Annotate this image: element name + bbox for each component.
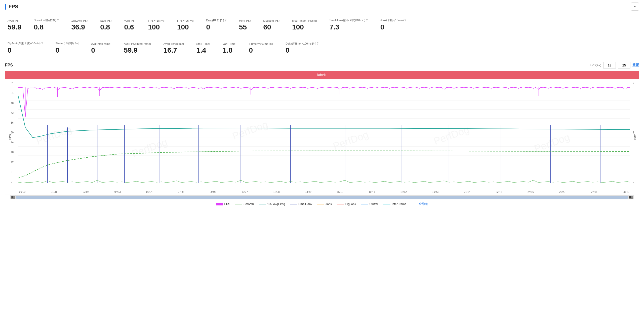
y-tick-right: 2 (633, 82, 634, 85)
stat-item: Drop(FPS) [/h]?0 (206, 19, 226, 31)
chart-title: FPS (5, 63, 13, 67)
stat-item: FPS>=18 [%]100 (148, 19, 165, 31)
legend-label: SmallJank (298, 202, 312, 206)
stat-item: Jank(卡顿)(/10min)?0 (380, 18, 406, 31)
legend-item-smooth[interactable]: Smooth (235, 202, 254, 206)
stat-item: Min(FPS)55 (239, 19, 251, 31)
smooth-line (18, 151, 630, 178)
fps-controls: FPS(>=) 重置 (590, 62, 639, 68)
scrollbar-right-handle[interactable]: ⠿ (629, 196, 633, 199)
legend-item-jank[interactable]: Jank (317, 202, 332, 206)
help-icon[interactable]: ? (41, 42, 43, 45)
stat-label: Var(FTime) (223, 42, 236, 45)
stat-label: Min(FPS) (239, 19, 251, 22)
stat-value: 100 (292, 23, 304, 31)
scrollbar-left-handle[interactable]: ⠿ (11, 196, 15, 199)
stat-value: 0 (8, 46, 12, 54)
stat-item: Avg(FPS+InterFrame)59.9 (124, 42, 151, 54)
legend-item-smalljank[interactable]: SmallJank (290, 202, 312, 206)
stat-label: Delta(FTime)>100ms [/h]? (286, 42, 318, 45)
stats-section-2: BigJank(严重卡顿)(/10min)?0Stutter(卡顿率) [%]0… (0, 39, 644, 54)
x-tick: 06:04 (146, 191, 152, 193)
x-tick: 00:00 (19, 191, 25, 193)
help-icon[interactable]: ? (317, 42, 319, 45)
scrollbar-track[interactable] (16, 196, 628, 199)
x-tick: 22:45 (496, 191, 502, 193)
stat-label: Avg(FTime) [ms] (164, 42, 184, 45)
smalljank-spikes (48, 125, 630, 183)
stat-label: Smooth(稳帧指数)? (34, 18, 59, 22)
stat-value: 0 (56, 46, 60, 54)
stat-label: SmallJank(微小卡顿)(/10min)? (330, 18, 368, 22)
interframe-noise (18, 180, 630, 183)
legend-item-bigjank[interactable]: BigJank (337, 202, 356, 206)
legend-item-fps[interactable]: FPS (216, 202, 230, 206)
stat-value: 0 (380, 23, 384, 31)
dropdown-button[interactable]: ▼ (631, 3, 639, 11)
help-icon[interactable]: ? (57, 19, 59, 22)
y-tick-left: 48 (11, 102, 14, 104)
legend-item-interframe[interactable]: InterFrame (383, 202, 407, 206)
stat-value: 0 (91, 46, 95, 54)
legend-label: Stutter (369, 202, 378, 206)
stat-value: 16.7 (164, 46, 177, 54)
stat-label: 1%Low(FPS) (71, 19, 88, 22)
y-tick-right: 0 (633, 181, 634, 183)
stat-item: Stutter(卡顿率) [%]0 (56, 42, 79, 54)
stat-item: BigJank(严重卡顿)(/10min)?0 (8, 42, 43, 54)
stat-value: 100 (177, 23, 189, 31)
fps-18-input[interactable] (603, 62, 616, 68)
help-icon[interactable]: ? (225, 19, 226, 22)
stat-label: Avg(FPS) (8, 19, 19, 22)
x-tick: 10:37 (242, 191, 248, 193)
stat-item: Avg(FPS)59.9 (8, 19, 21, 31)
chart-header: FPS FPS(>=) 重置 (5, 62, 639, 68)
x-tick: 04:33 (114, 191, 121, 193)
stats-section-1: Avg(FPS)59.9Smooth(稳帧指数)?0.81%Low(FPS)36… (0, 13, 644, 39)
page-title: FPS (5, 4, 18, 10)
y-tick-left: 6 (11, 171, 14, 173)
legend-item-1%low(fps)[interactable]: 1%Low(FPS) (259, 202, 285, 206)
stat-value: 60 (263, 23, 271, 31)
stat-value: 0 (206, 23, 210, 31)
legend-item-stutter[interactable]: Stutter (361, 202, 378, 206)
stat-label: Std(FPS) (100, 19, 111, 22)
stat-label: Stutter(卡顿率) [%] (56, 42, 79, 45)
stat-value: 59.9 (8, 23, 21, 31)
stat-value: 100 (148, 23, 160, 31)
legend-label: FPS (224, 202, 230, 206)
stat-item: Avg(InterFrame)0 (91, 42, 111, 54)
stat-value: 55 (239, 23, 247, 31)
fps-scatter (18, 87, 630, 117)
stat-value: 7.3 (330, 23, 339, 31)
y-tick-left: 61 (11, 82, 14, 85)
help-icon[interactable]: ? (366, 19, 368, 22)
stats-row-1: Avg(FPS)59.9Smooth(稳帧指数)?0.81%Low(FPS)36… (8, 18, 636, 31)
stat-item: Var(FTime)1.8 (223, 42, 236, 54)
x-tick: 27:18 (591, 191, 597, 193)
y-tick-left: 18 (11, 151, 14, 154)
stat-label: Std(FTime) (196, 42, 210, 45)
y-tick-left: 30 (11, 131, 14, 134)
legend-label: BigJank (345, 202, 356, 206)
legend-label: 1%Low(FPS) (267, 202, 285, 206)
stat-label: BigJank(严重卡顿)(/10min)? (8, 42, 43, 45)
y-tick-left: 42 (11, 112, 14, 114)
x-tick: 28:49 (623, 191, 629, 193)
stat-label: FTime>=100ms [%] (249, 42, 273, 45)
x-tick: 15:10 (337, 191, 343, 193)
scrollbar-container[interactable]: ⠿ ⠿ (10, 195, 634, 199)
y-ticks-left: 06121824303642485461 (11, 82, 14, 183)
fps-gte-label: FPS(>=) (590, 63, 601, 67)
stat-item: FTime>=100ms [%]0 (249, 42, 273, 54)
chart-section: FPS FPS(>=) 重置 label1 PerfDog PerfDog Pe… (0, 59, 644, 211)
reset-button[interactable]: 重置 (632, 63, 639, 67)
x-tick: 07:35 (178, 191, 184, 193)
help-icon[interactable]: ? (405, 19, 406, 22)
hide-all-button[interactable]: 全隐藏 (419, 202, 428, 206)
x-tick: 12:08 (273, 191, 280, 193)
stat-item: Smooth(稳帧指数)?0.8 (34, 18, 59, 31)
stat-label: FPS>=18 [%] (148, 19, 165, 22)
fps-25-input[interactable] (618, 62, 630, 68)
stat-label: Avg(FPS+InterFrame) (124, 42, 151, 45)
